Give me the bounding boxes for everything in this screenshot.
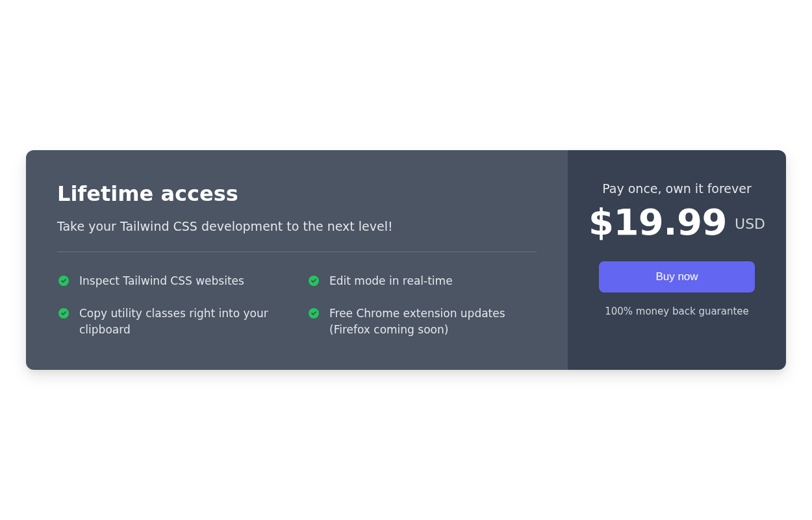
price-row: $19.99 USD [589,201,765,243]
buy-now-button[interactable]: Buy now [599,261,755,292]
check-circle-icon [307,307,320,320]
feature-item: Copy utility classes right into your cli… [57,306,286,339]
purchase-panel: Pay once, own it forever $19.99 USD Buy … [568,150,786,370]
check-circle-icon [57,307,70,320]
divider [57,252,537,252]
feature-item: Free Chrome extension updates (Firefox c… [307,306,537,339]
features-list: Inspect Tailwind CSS websites Edit mode … [57,273,537,339]
plan-subtitle: Take your Tailwind CSS development to th… [57,219,537,233]
feature-text: Free Chrome extension updates (Firefox c… [329,306,537,339]
features-panel: Lifetime access Take your Tailwind CSS d… [26,150,568,370]
check-circle-icon [307,274,320,287]
feature-text: Inspect Tailwind CSS websites [79,273,244,290]
guarantee-text: 100% money back guarantee [605,306,749,317]
feature-text: Copy utility classes right into your cli… [79,306,286,339]
pricing-card: Lifetime access Take your Tailwind CSS d… [26,150,786,370]
feature-text: Edit mode in real-time [329,273,453,290]
feature-item: Edit mode in real-time [307,273,537,290]
feature-item: Inspect Tailwind CSS websites [57,273,286,290]
pay-once-text: Pay once, own it forever [602,181,752,196]
plan-title: Lifetime access [57,181,537,206]
check-circle-icon [57,274,70,287]
price-currency: USD [735,216,765,232]
price-amount: $19.99 [589,201,727,243]
